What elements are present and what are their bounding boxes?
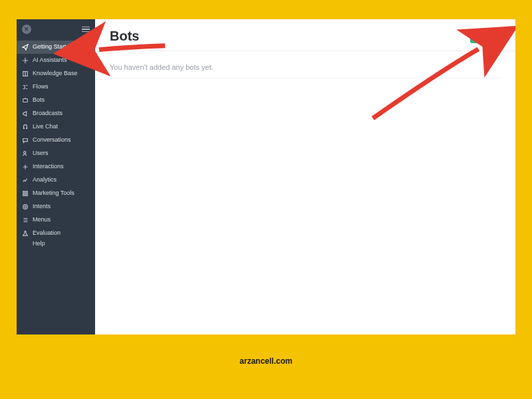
sidebar-item-ai-assistants[interactable]: AI Assistants — [17, 54, 95, 67]
paper-plane-icon — [22, 44, 29, 51]
sidebar-item-label: Marketing Tools — [33, 190, 74, 197]
sidebar-item-label: Users — [33, 150, 49, 157]
megaphone-icon — [22, 110, 29, 117]
sidebar-item-menus[interactable]: Menus — [17, 213, 95, 227]
sidebar-item-intents[interactable]: Intents — [17, 200, 95, 213]
sidebar-item-label: Knowledge Base — [33, 70, 78, 77]
svg-rect-4 — [23, 194, 25, 196]
sidebar-item-label: Live Chat — [33, 124, 58, 130]
brand-logo-icon: ✕ — [22, 25, 31, 34]
headset-icon — [22, 124, 29, 130]
new-button-label: New — [484, 33, 498, 40]
plus-icon: + — [477, 33, 481, 40]
flask-icon — [22, 230, 29, 237]
sidebar-item-label: Conversations — [33, 137, 71, 144]
empty-state-text: You haven't added any bots yet. — [110, 63, 501, 78]
svg-rect-0 — [23, 99, 28, 102]
sidebar-item-conversations[interactable]: Conversations — [17, 134, 95, 147]
sidebar: ✕ Getting Started AI Assistants Know — [17, 19, 95, 334]
sidebar-item-marketing-tools[interactable]: Marketing Tools — [17, 187, 95, 200]
sidebar-item-label: Analytics — [33, 177, 57, 184]
svg-rect-3 — [26, 192, 28, 194]
sidebar-item-evaluation[interactable]: Evaluation — [17, 228, 95, 239]
list-icon — [22, 217, 29, 223]
sidebar-item-label: Menus — [33, 217, 51, 223]
sidebar-bottom: Evaluation Help — [17, 228, 95, 249]
sidebar-item-help[interactable]: Help — [17, 239, 95, 249]
sidebar-item-getting-started[interactable]: Getting Started — [17, 41, 95, 54]
bot-icon — [22, 97, 29, 104]
sidebar-item-users[interactable]: Users — [17, 147, 95, 160]
sidebar-item-analytics[interactable]: Analytics — [17, 174, 95, 187]
sidebar-item-live-chat[interactable]: Live Chat — [17, 120, 95, 134]
sidebar-item-label: Intents — [33, 203, 51, 210]
sidebar-item-label: Bots — [33, 97, 45, 104]
svg-point-6 — [23, 205, 28, 209]
content: You haven't added any bots yet. — [95, 51, 515, 90]
page-title: Bots — [110, 29, 139, 44]
svg-point-1 — [24, 152, 26, 154]
app: ✕ Getting Started AI Assistants Know — [17, 19, 515, 334]
sidebar-item-label: Help — [33, 241, 45, 247]
sidebar-item-bots[interactable]: Bots — [17, 94, 95, 107]
analytics-icon — [22, 177, 29, 184]
main: Bots + New You haven't added any bots ye… — [95, 19, 515, 334]
sidebar-item-label: Broadcasts — [33, 110, 63, 117]
sidebar-item-broadcasts[interactable]: Broadcasts — [17, 107, 95, 120]
sidebar-item-label: AI Assistants — [33, 57, 67, 64]
svg-point-7 — [25, 206, 27, 208]
main-header: Bots + New — [95, 19, 515, 51]
svg-rect-2 — [23, 192, 25, 194]
sidebar-item-label: Getting Started — [33, 44, 73, 51]
sidebar-item-label: Evaluation — [33, 230, 61, 237]
help-icon — [22, 241, 29, 247]
users-icon — [22, 150, 29, 157]
sidebar-item-knowledge-base[interactable]: Knowledge Base — [17, 67, 95, 80]
interactions-icon — [22, 164, 29, 170]
sidebar-item-flows[interactable]: Flows — [17, 80, 95, 94]
sidebar-item-label: Flows — [33, 84, 49, 90]
book-icon — [22, 70, 29, 77]
app-frame: ✕ Getting Started AI Assistants Know — [15, 17, 517, 336]
target-icon — [22, 203, 29, 210]
footer-caption: arzancell.com — [239, 356, 292, 366]
flow-icon — [22, 84, 29, 90]
chat-icon — [22, 137, 29, 144]
grid-icon — [22, 190, 29, 197]
sidebar-item-interactions[interactable]: Interactions — [17, 160, 95, 174]
brand[interactable]: ✕ — [22, 25, 31, 34]
menu-toggle-icon[interactable] — [82, 27, 90, 33]
svg-rect-5 — [26, 194, 28, 196]
sidebar-top: ✕ — [17, 19, 95, 41]
sidebar-item-label: Interactions — [33, 164, 64, 170]
sparkle-icon — [22, 57, 29, 64]
new-button[interactable]: + New — [470, 29, 505, 43]
outer-frame: ✕ Getting Started AI Assistants Know — [0, 0, 532, 399]
